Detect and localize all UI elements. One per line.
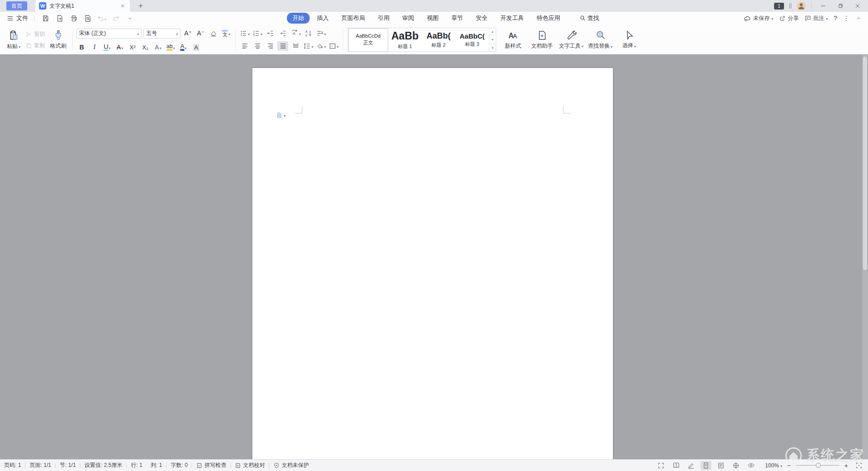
scrollbar-thumb[interactable] xyxy=(863,57,867,270)
zoom-slider-track[interactable] xyxy=(796,465,839,466)
tab-review[interactable]: 审阅 xyxy=(397,13,419,24)
pinyin-caret[interactable] xyxy=(228,29,230,37)
subscript-button[interactable]: X₂ xyxy=(140,42,151,51)
web-view-button[interactable] xyxy=(730,461,741,470)
collapse-ribbon-button[interactable] xyxy=(855,15,862,21)
file-menu-button[interactable]: 文件 xyxy=(6,14,28,22)
select-caret[interactable] xyxy=(634,43,636,49)
borders-caret[interactable] xyxy=(337,42,339,49)
copy-button[interactable]: 复制 xyxy=(25,42,45,49)
style-heading-1[interactable]: AaBb 标题 1 xyxy=(388,28,422,52)
font-size-combo[interactable]: 五号 xyxy=(143,29,181,39)
text-effect-caret[interactable] xyxy=(160,44,162,51)
tab-references[interactable]: 引用 xyxy=(372,13,395,24)
pinyin-guide-button[interactable]: wén文 xyxy=(221,29,232,38)
save-button[interactable] xyxy=(40,13,50,23)
minimize-button[interactable] xyxy=(817,1,829,10)
text-direction-button[interactable] xyxy=(290,29,301,38)
align-center-button[interactable] xyxy=(252,41,263,51)
numbered-list-caret[interactable] xyxy=(261,29,262,37)
document-page[interactable] xyxy=(252,68,613,459)
highlight-color-button[interactable]: ab xyxy=(165,42,176,51)
tab-page-layout[interactable]: 页面布局 xyxy=(336,13,370,24)
close-button[interactable] xyxy=(852,1,863,10)
increase-font-button[interactable]: A⁺ xyxy=(182,29,193,38)
fullscreen-button[interactable] xyxy=(656,461,666,470)
style-normal[interactable]: AaBbCcDd 正文 xyxy=(348,28,388,52)
select-button[interactable]: 选择 xyxy=(616,30,642,49)
vertical-scrollbar[interactable] xyxy=(862,55,868,459)
underline-button[interactable]: U xyxy=(102,42,113,51)
new-style-button[interactable]: 新样式 xyxy=(500,30,526,50)
new-tab-button[interactable]: + xyxy=(136,1,145,10)
bullet-list-button[interactable] xyxy=(239,29,250,38)
user-avatar[interactable] xyxy=(797,1,806,10)
strikethrough-caret[interactable] xyxy=(121,44,123,51)
smart-tag[interactable] xyxy=(276,112,286,118)
tab-security[interactable]: 安全 xyxy=(470,13,493,24)
style-heading-3[interactable]: AaBbC( 标题 3 xyxy=(455,28,489,52)
strikethrough-button[interactable]: A xyxy=(114,42,125,51)
zoom-level-button[interactable]: 100% xyxy=(765,462,782,469)
zoom-out-button[interactable]: − xyxy=(786,461,792,469)
font-color-caret[interactable] xyxy=(185,44,187,51)
zoom-in-button[interactable]: + xyxy=(843,461,849,469)
zoom-slider-handle[interactable] xyxy=(816,463,821,468)
font-size-caret[interactable] xyxy=(176,30,178,37)
clear-format-button[interactable] xyxy=(208,29,219,38)
distribute-button[interactable] xyxy=(290,41,301,51)
show-marks-caret[interactable] xyxy=(324,29,326,37)
find-replace-caret[interactable] xyxy=(611,43,612,49)
spell-check-button[interactable]: 拼写检查 xyxy=(192,461,230,469)
restore-button[interactable] xyxy=(834,1,846,10)
export-pdf-button[interactable] xyxy=(54,13,64,23)
status-word-count[interactable]: 字数: 0 xyxy=(167,461,192,469)
bold-button[interactable]: B xyxy=(76,42,87,51)
redo-button[interactable] xyxy=(111,13,121,23)
find-command-button[interactable]: 查找 xyxy=(579,14,599,22)
style-heading-2[interactable]: AaBb( 标题 2 xyxy=(422,28,455,52)
format-painter-button[interactable]: 格式刷 xyxy=(48,29,69,51)
home-button[interactable]: 首页 xyxy=(6,1,27,10)
decrease-indent-button[interactable] xyxy=(265,29,276,38)
smart-tag-caret[interactable] xyxy=(284,112,286,118)
gallery-scroll-down-button[interactable]: ▼ xyxy=(489,36,496,44)
tab-dev-tools[interactable]: 开发工具 xyxy=(495,13,529,24)
more-options-button[interactable] xyxy=(843,15,849,22)
decrease-font-button[interactable]: A⁻ xyxy=(195,29,206,38)
eye-protection-button[interactable] xyxy=(745,461,756,470)
shading-caret[interactable] xyxy=(324,42,326,49)
highlight-caret[interactable] xyxy=(173,44,175,51)
comment-button[interactable]: 批注 xyxy=(804,15,828,22)
shading-button[interactable] xyxy=(316,41,326,51)
align-right-button[interactable] xyxy=(265,41,276,51)
customize-toolbar-button[interactable] xyxy=(125,13,135,23)
tab-section[interactable]: 章节 xyxy=(446,13,469,24)
tab-special-features[interactable]: 特色应用 xyxy=(531,13,566,24)
tab-home[interactable]: 开始 xyxy=(287,13,310,24)
gallery-expand-button[interactable]: ▼ xyxy=(489,44,496,52)
superscript-button[interactable]: X² xyxy=(127,42,138,51)
task-window-count-badge[interactable]: 1 xyxy=(774,3,784,10)
document-tab[interactable]: W 文字文稿1 × xyxy=(35,0,130,12)
proofread-button[interactable]: 文档校对 xyxy=(231,461,269,469)
justify-button[interactable] xyxy=(277,41,288,51)
font-name-combo[interactable]: 宋体 (正文) xyxy=(76,29,142,39)
write-mode-button[interactable] xyxy=(686,461,696,470)
status-page-count[interactable]: 页面: 1/1 xyxy=(25,461,55,469)
doc-assistant-button[interactable]: 文档助手 xyxy=(529,30,555,50)
italic-button[interactable]: I xyxy=(89,42,100,51)
show-marks-button[interactable] xyxy=(316,29,326,38)
bullet-list-caret[interactable] xyxy=(248,29,250,37)
tab-close-icon[interactable]: × xyxy=(119,2,126,10)
line-spacing-caret[interactable] xyxy=(311,42,313,49)
save-status-button[interactable]: 未保存 xyxy=(744,15,773,22)
borders-button[interactable] xyxy=(328,41,339,51)
paste-button[interactable]: 粘贴 xyxy=(5,29,23,51)
text-effect-button[interactable]: A xyxy=(153,42,163,51)
tab-view[interactable]: 视图 xyxy=(421,13,444,24)
text-direction-caret[interactable] xyxy=(299,29,301,37)
underline-caret[interactable] xyxy=(109,44,111,51)
text-tools-caret[interactable] xyxy=(582,43,583,49)
numbered-list-button[interactable] xyxy=(252,29,263,38)
